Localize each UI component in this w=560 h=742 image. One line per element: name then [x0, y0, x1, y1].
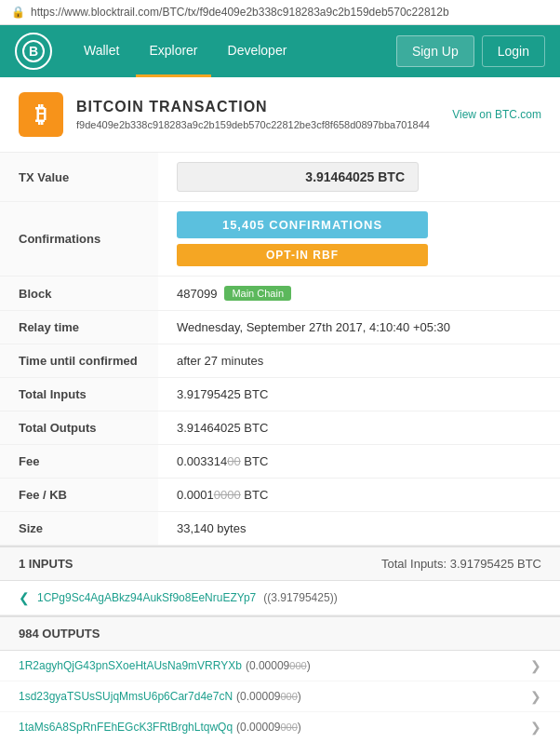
- fee-kb-btc: BTC: [241, 488, 269, 502]
- chevron-right-icon-0: ❯: [530, 658, 541, 673]
- chevron-left-icon: ❮: [19, 590, 30, 605]
- chevron-right-icon-1: ❯: [530, 689, 541, 704]
- block-number: 487099: [177, 287, 217, 301]
- total-outputs-value: 3.91464025 BTC: [158, 411, 560, 445]
- input-address-0[interactable]: 1CPg9Sc4AgABkz94AukSf9o8EeNruEZYp7: [37, 591, 256, 604]
- output-address-0[interactable]: 1R2agyhQjG43pnSXoeHtAUsNa9mVRRYXb: [19, 659, 242, 672]
- details-table: TX Value 3.91464025 BTC Confirmations 15…: [0, 153, 560, 546]
- output-address-2[interactable]: 1taMs6A8SpRnFEhEGcK3FRtBrghLtqwQq: [19, 721, 233, 734]
- total-inputs-value: 3.91795425 BTC: [158, 378, 560, 411]
- fee-strike: 00: [227, 454, 240, 468]
- tx-info: BITCOIN TRANSACTION f9de409e2b338c918283…: [76, 99, 430, 130]
- total-inputs-label: Total Inputs: [0, 378, 158, 411]
- confirmations-box: 15,405 CONFIRMATIONS: [177, 211, 428, 238]
- row-total-outputs: Total Outputs 3.91464025 BTC: [0, 411, 560, 445]
- confirmations-cell: 15,405 CONFIRMATIONS OPT-IN RBF: [158, 202, 560, 277]
- lock-icon: 🔒: [11, 6, 25, 19]
- relay-time-value: Wednesday, September 27th 2017, 4:10:40 …: [158, 311, 560, 344]
- output-amount-0: (0.00009000): [246, 659, 311, 672]
- row-fee-kb: Fee / KB 0.00010000 BTC: [0, 479, 560, 512]
- output-item-2[interactable]: 1taMs6A8SpRnFEhEGcK3FRtBrghLtqwQq (0.000…: [0, 712, 560, 742]
- inputs-label: 1 INPUTS: [19, 557, 73, 571]
- row-tx-value: TX Value 3.91464025 BTC: [0, 153, 560, 202]
- address-bar: 🔒 https://www.blocktrail.com/BTC/tx/f9de…: [0, 0, 560, 25]
- inputs-total-value: 3.91795425 BTC: [450, 557, 541, 571]
- block-cell: 487099 Main Chain: [158, 277, 560, 311]
- row-size: Size 33,140 bytes: [0, 512, 560, 546]
- fee-kb-main: 0.0001: [177, 488, 214, 502]
- relay-time-label: Relay time: [0, 311, 158, 344]
- fee-main: 0.003314: [177, 454, 227, 468]
- size-label: Size: [0, 512, 158, 546]
- tx-value-box: 3.91464025 BTC: [177, 162, 419, 192]
- fee-kb-label: Fee / KB: [0, 479, 158, 512]
- row-time-until: Time until confirmed after 27 minutes: [0, 344, 560, 378]
- tx-title: BITCOIN TRANSACTION: [76, 99, 430, 115]
- output-item-1[interactable]: 1sd23gyaTSUsSUjqMmsU6p6Car7d4e7cN (0.000…: [0, 681, 560, 712]
- output-amount-1: (0.00009000): [236, 690, 301, 703]
- row-total-inputs: Total Inputs 3.91795425 BTC: [0, 378, 560, 411]
- tx-left: ₿ BITCOIN TRANSACTION f9de409e2b338c9182…: [19, 92, 430, 137]
- confirmations-label: Confirmations: [0, 202, 158, 277]
- tx-header: ₿ BITCOIN TRANSACTION f9de409e2b338c9182…: [0, 77, 560, 153]
- fee-kb-strike: 0000: [214, 488, 241, 502]
- row-relay-time: Relay time Wednesday, September 27th 201…: [0, 311, 560, 344]
- time-until-value: after 27 minutes: [158, 344, 560, 378]
- fee-value-cell: 0.00331400 BTC: [158, 445, 560, 479]
- main-chain-badge: Main Chain: [224, 286, 291, 301]
- tx-value-cell: 3.91464025 BTC: [158, 153, 560, 202]
- btc-symbol: ₿: [35, 101, 47, 128]
- navbar: B Wallet Explorer Developer Sign Up Logi…: [0, 25, 560, 77]
- signup-button[interactable]: Sign Up: [396, 35, 474, 67]
- total-outputs-label: Total Outputs: [0, 411, 158, 445]
- row-confirmations: Confirmations 15,405 CONFIRMATIONS OPT-I…: [0, 202, 560, 277]
- output-left-0: 1R2agyhQjG43pnSXoeHtAUsNa9mVRRYXb (0.000…: [19, 659, 530, 672]
- view-btc-link[interactable]: View on BTC.com: [452, 108, 541, 121]
- output-address-1[interactable]: 1sd23gyaTSUsSUjqMmsU6p6Car7d4e7cN: [19, 690, 233, 703]
- btc-icon: ₿: [19, 92, 63, 137]
- login-button[interactable]: Login: [482, 35, 545, 67]
- output-left-2: 1taMs6A8SpRnFEhEGcK3FRtBrghLtqwQq (0.000…: [19, 721, 530, 734]
- input-amount-0: ((3.91795425)): [263, 591, 337, 604]
- outputs-list: 1R2agyhQjG43pnSXoeHtAUsNa9mVRRYXb (0.000…: [0, 651, 560, 742]
- fee-btc: BTC: [241, 454, 269, 468]
- nav-wallet[interactable]: Wallet: [71, 26, 132, 77]
- size-value: 33,140 bytes: [158, 512, 560, 546]
- block-label: Block: [0, 277, 158, 311]
- output-item-0[interactable]: 1R2agyhQjG43pnSXoeHtAUsNa9mVRRYXb (0.000…: [0, 651, 560, 681]
- nav-logo[interactable]: B: [15, 33, 52, 70]
- outputs-section-header: 984 OUTPUTS: [0, 615, 560, 651]
- fee-label: Fee: [0, 445, 158, 479]
- nav-right: Sign Up Login: [396, 35, 545, 67]
- input-item-0[interactable]: ❮ 1CPg9Sc4AgABkz94AukSf9o8EeNruEZYp7 ((3…: [0, 581, 560, 615]
- time-until-label: Time until confirmed: [0, 344, 158, 378]
- row-fee: Fee 0.00331400 BTC: [0, 445, 560, 479]
- tx-value-label: TX Value: [0, 153, 158, 202]
- main-content: ₿ BITCOIN TRANSACTION f9de409e2b338c9182…: [0, 77, 560, 742]
- outputs-label: 984 OUTPUTS: [19, 627, 100, 641]
- output-left-1: 1sd23gyaTSUsSUjqMmsU6p6Car7d4e7cN (0.000…: [19, 690, 530, 703]
- nav-links: Wallet Explorer Developer: [71, 26, 396, 77]
- inputs-section-header: 1 INPUTS Total Inputs: 3.91795425 BTC: [0, 546, 560, 581]
- nav-developer[interactable]: Developer: [215, 26, 300, 77]
- chevron-right-icon-2: ❯: [530, 720, 541, 735]
- inputs-total: Total Inputs: 3.91795425 BTC: [381, 557, 541, 571]
- opt-in-rbf-badge: OPT-IN RBF: [177, 244, 428, 266]
- block-value: 487099 Main Chain: [177, 286, 541, 301]
- output-amount-2: (0.00009000): [236, 721, 301, 734]
- row-block: Block 487099 Main Chain: [0, 277, 560, 311]
- url-text: https://www.blocktrail.com/BTC/tx/f9de40…: [31, 6, 549, 19]
- inputs-total-label: Total Inputs:: [381, 557, 447, 571]
- svg-text:B: B: [29, 44, 38, 59]
- nav-explorer[interactable]: Explorer: [136, 26, 210, 77]
- tx-hash: f9de409e2b338c918283a9c2b159deb570c22812…: [76, 119, 430, 130]
- fee-kb-value-cell: 0.00010000 BTC: [158, 479, 560, 512]
